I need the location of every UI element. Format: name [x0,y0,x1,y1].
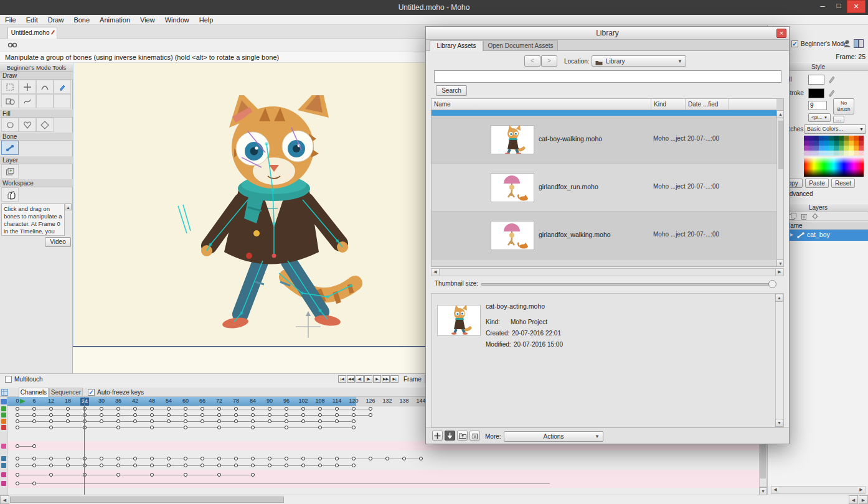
palette-swatch[interactable] [819,151,824,156]
keyframe-dot[interactable] [49,473,53,477]
keyframe-dot[interactable] [268,413,271,417]
palette-swatch[interactable] [829,141,834,146]
keyframe-dot[interactable] [285,413,288,417]
keyframe-dot[interactable] [100,413,103,417]
import-to-document-button[interactable] [445,431,455,441]
keyframe-dot[interactable] [184,419,187,423]
brush-options-dropdown[interactable]: <pl... ▼ [808,113,831,122]
palette-swatch[interactable] [844,141,849,146]
palette-swatch[interactable] [824,151,829,156]
keyframe-dot[interactable] [301,413,305,417]
keyframe-dot[interactable] [217,457,221,460]
keyframe-dot[interactable] [83,426,87,429]
keyframe-dot[interactable] [32,457,36,460]
palette-swatch[interactable] [839,141,844,146]
select-points-tool[interactable] [1,80,19,94]
keyframe-dot[interactable] [301,419,305,423]
keyframe-dot[interactable] [49,419,53,423]
channel-icon[interactable] [1,456,6,461]
keyframe-dot[interactable] [100,464,103,467]
keyframe-dot[interactable] [251,407,255,411]
minimize-button[interactable]: – [814,0,831,13]
keyframe-dot[interactable] [100,407,103,411]
palette-swatch[interactable] [839,151,844,156]
keyframe-dot[interactable] [133,419,137,423]
library-search-input[interactable] [434,70,781,83]
fill-color-swatch[interactable] [808,75,824,85]
palette-swatch[interactable] [859,136,864,141]
keyframe-dot[interactable] [285,407,288,411]
channel-icon[interactable] [1,472,6,477]
keyframe-dot[interactable] [419,457,423,460]
keyframe-dot[interactable] [217,407,221,411]
tools-panel-header[interactable]: Beginner's Mode Tools [0,63,73,72]
keyframe-dot[interactable] [49,457,53,460]
fill-pencil-icon[interactable] [827,74,836,85]
keyframe-dot[interactable] [251,473,255,477]
details-vscroll-track[interactable] [775,302,783,419]
palette-swatch[interactable] [824,141,829,146]
layer-tool[interactable] [1,164,19,179]
keyframe-dot[interactable] [285,426,288,429]
palette-swatch[interactable] [819,136,824,141]
keyframe-dot[interactable] [318,464,322,467]
keyframe-dot[interactable] [184,426,187,429]
keyframe-dot[interactable] [16,413,19,417]
swatches-dropdown[interactable]: Basic Colors... ▼ [804,124,866,134]
keyframe-dot[interactable] [32,444,36,448]
channel-icon[interactable] [1,413,6,418]
keyframe-dot[interactable] [402,457,406,460]
keyframe-dot[interactable] [167,457,171,460]
keyframe-dot[interactable] [83,464,87,467]
palette-swatch[interactable] [839,136,844,141]
hscroll-right-arrow[interactable]: ▶ [859,495,868,504]
brush-more-button[interactable]: ... [833,116,844,123]
keyframe-dot[interactable] [150,413,154,417]
keyframe-dot[interactable] [200,407,204,411]
palette-swatch[interactable] [834,141,839,146]
palette-swatch[interactable] [834,136,839,141]
keyframe-dot[interactable] [352,407,356,411]
palette-swatch[interactable] [839,146,844,151]
keyframe-dot[interactable] [16,473,19,477]
keyframe-dot[interactable] [268,419,271,423]
keyframe-dot[interactable] [369,457,372,460]
keyframe-dot[interactable] [32,419,36,423]
keyframe-dot[interactable] [318,407,322,411]
bind-links-icon[interactable] [7,41,17,50]
keyframe-dot[interactable] [116,457,120,460]
reset-style-button[interactable]: Reset [831,179,855,188]
hscroll-thumb[interactable] [10,497,284,503]
keyframe-dot[interactable] [49,464,53,467]
keyframe-dot[interactable] [16,426,19,429]
menu-edit[interactable]: Edit [21,15,43,26]
keyframe-dot[interactable] [200,413,204,417]
document-tab[interactable]: Untitled.moho [7,27,57,39]
keyframe-dot[interactable] [335,464,339,467]
library-back-button[interactable]: < [524,55,540,67]
keyframe-dot[interactable] [116,407,120,411]
keyframe-dot[interactable] [133,407,137,411]
keyframe-dot[interactable] [352,457,356,460]
palette-swatch[interactable] [844,151,849,156]
keyframe-dot[interactable] [16,464,19,467]
palette-swatch[interactable] [804,151,809,156]
palette-swatch[interactable] [814,151,819,156]
manipulate-bones-tool[interactable] [1,141,19,155]
close-button[interactable]: × [847,0,866,13]
beginners-mode-checkbox[interactable]: ✓ [791,40,798,47]
hscroll-left-arrow[interactable]: ◀ [0,495,9,504]
column-header-kind[interactable]: Kind [651,99,685,110]
keyframe-dot[interactable] [352,426,356,429]
keyframe-dot[interactable] [100,419,103,423]
keyframe-dot[interactable] [184,473,187,477]
help-scroll-up[interactable]: ▲ [65,203,72,210]
palette-swatch[interactable] [809,146,814,151]
keyframe-dot[interactable] [234,413,238,417]
paint-bucket-tool[interactable] [36,118,54,132]
stroke-color-swatch[interactable] [808,88,824,98]
keyframe-dot[interactable] [150,426,154,429]
keyframe-dot[interactable] [150,407,154,411]
keyframe-dot[interactable] [83,407,87,411]
location-dropdown[interactable]: Library ▼ [592,55,686,67]
